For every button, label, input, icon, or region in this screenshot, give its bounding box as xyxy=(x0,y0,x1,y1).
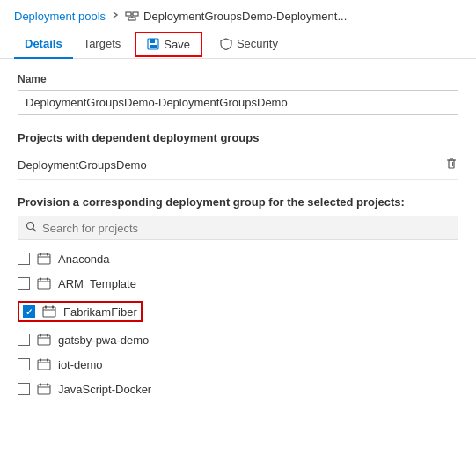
svg-rect-35 xyxy=(38,385,50,394)
svg-rect-1 xyxy=(133,12,138,16)
svg-rect-37 xyxy=(40,384,41,386)
security-label: Security xyxy=(237,37,278,50)
svg-rect-25 xyxy=(45,306,47,309)
dependent-project-row: DeploymentGroupsDemo xyxy=(18,151,458,180)
project-checkbox-5[interactable] xyxy=(18,383,30,395)
project-icon-4 xyxy=(37,357,51,371)
breadcrumb-separator xyxy=(111,11,120,21)
delete-dependent-button[interactable] xyxy=(444,157,458,173)
project-checkbox-4[interactable] xyxy=(18,358,30,370)
provision-label: Provision a corresponding deployment gro… xyxy=(18,195,458,209)
svg-rect-34 xyxy=(47,359,48,362)
svg-rect-33 xyxy=(40,359,41,362)
tab-targets[interactable]: Targets xyxy=(73,30,132,59)
svg-rect-23 xyxy=(43,307,55,317)
project-checkbox-0[interactable] xyxy=(18,253,30,265)
svg-rect-6 xyxy=(150,39,155,43)
project-icon-2 xyxy=(42,304,56,319)
svg-line-14 xyxy=(33,229,37,232)
main-content: Name Projects with dependent deployment … xyxy=(0,59,476,413)
tab-details[interactable]: Details xyxy=(14,30,73,59)
breadcrumb-link[interactable]: Deployment pools xyxy=(14,10,106,23)
svg-rect-29 xyxy=(40,334,41,337)
project-name-1: ARM_Template xyxy=(58,277,136,290)
project-icon-3 xyxy=(37,333,51,347)
project-icon-1 xyxy=(37,276,51,290)
shield-icon xyxy=(220,38,232,50)
search-icon xyxy=(26,221,37,235)
save-button[interactable]: Save xyxy=(135,32,202,57)
svg-rect-15 xyxy=(38,254,50,264)
pool-icon xyxy=(125,9,139,23)
svg-rect-38 xyxy=(47,384,48,386)
save-label: Save xyxy=(164,38,190,51)
svg-rect-30 xyxy=(47,334,48,337)
project-icon-0 xyxy=(37,252,51,266)
name-input[interactable] xyxy=(18,90,458,115)
svg-rect-3 xyxy=(128,18,135,20)
project-item: FabrikamFiber xyxy=(18,298,458,325)
svg-rect-18 xyxy=(47,253,48,256)
project-icon-5 xyxy=(37,382,51,396)
svg-rect-0 xyxy=(126,12,131,16)
dependent-section-title: Projects with dependent deployment group… xyxy=(18,131,458,144)
breadcrumb: Deployment pools DeploymentGroupsDemo-De… xyxy=(0,0,476,30)
project-checkbox-3[interactable] xyxy=(18,334,30,346)
tab-security[interactable]: Security xyxy=(209,30,289,59)
project-name-0: Anaconda xyxy=(58,253,110,266)
project-item: JavaScript-Docker xyxy=(18,379,458,399)
breadcrumb-current: DeploymentGroupsDemo-Deployment... xyxy=(125,9,347,23)
svg-rect-21 xyxy=(40,278,41,281)
project-name-2: FabrikamFiber xyxy=(63,305,137,319)
search-input[interactable] xyxy=(42,222,450,235)
project-name-3: gatsby-pwa-demo xyxy=(58,334,149,347)
project-item: ARM_Template xyxy=(18,274,458,293)
dependent-project-name: DeploymentGroupsDemo xyxy=(18,158,147,172)
svg-rect-27 xyxy=(38,335,50,345)
svg-rect-17 xyxy=(40,253,41,256)
svg-rect-8 xyxy=(449,160,454,168)
tab-bar: Details Targets Save Security xyxy=(0,30,476,59)
project-checkbox-1[interactable] xyxy=(18,277,30,290)
name-label: Name xyxy=(18,73,458,85)
svg-rect-19 xyxy=(38,279,50,289)
svg-point-13 xyxy=(27,223,34,230)
project-name-5: JavaScript-Docker xyxy=(58,383,151,396)
svg-rect-31 xyxy=(38,360,50,370)
project-name-4: iot-demo xyxy=(58,358,103,371)
project-item: Anaconda xyxy=(18,249,458,268)
svg-rect-26 xyxy=(52,306,54,309)
search-box xyxy=(18,216,458,240)
project-list: Anaconda ARM_Template FabrikamFiber xyxy=(18,249,458,399)
project-checkbox-2[interactable] xyxy=(23,305,35,318)
save-icon xyxy=(147,38,159,50)
project-item: iot-demo xyxy=(18,355,458,374)
svg-rect-22 xyxy=(47,278,48,281)
project-item: gatsby-pwa-demo xyxy=(18,330,458,349)
breadcrumb-current-label: DeploymentGroupsDemo-Deployment... xyxy=(143,10,347,23)
svg-rect-7 xyxy=(150,45,157,48)
